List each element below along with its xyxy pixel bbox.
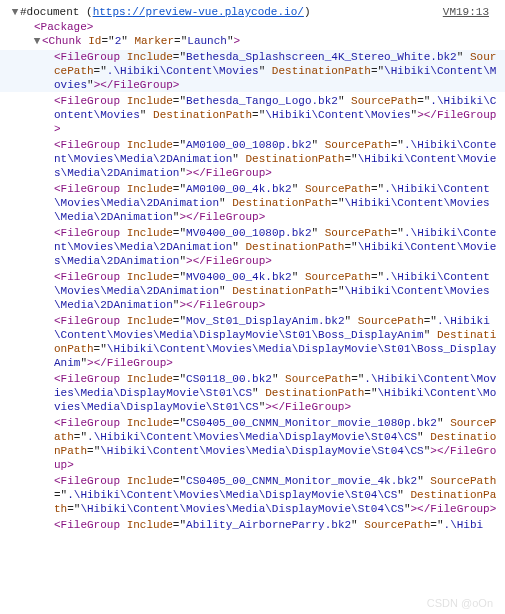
filegroup-node[interactable]: <FileGroup Include="AM0100_00_4k.bk2" So… (0, 182, 505, 224)
doc-url-link[interactable]: https://preview-vue.playcode.io/ (93, 5, 304, 19)
vm-source-link[interactable]: VM19:13 (443, 5, 489, 19)
filegroup-node[interactable]: <FileGroup Include="Mov_St01_DisplayAnim… (0, 314, 505, 370)
document-label: #document (20, 5, 79, 19)
filegroup-node[interactable]: <FileGroup Include="MV0400_00_1080p.bk2"… (0, 226, 505, 268)
filegroup-node[interactable]: <FileGroup Include="Ability_AirborneParr… (0, 518, 505, 532)
triangle-down-icon[interactable]: ▼ (10, 5, 20, 19)
filegroup-node[interactable]: <FileGroup Include="MV0400_00_4k.bk2" So… (0, 270, 505, 312)
filegroup-node[interactable]: <FileGroup Include="Bethesda_Tango_Logo.… (0, 94, 505, 136)
filegroup-node[interactable]: <FileGroup Include="Bethesda_Splashscree… (0, 50, 505, 92)
chunk-node[interactable]: ▼ <Chunk Id="2" Marker="Launch"> (0, 34, 505, 48)
filegroup-node[interactable]: <FileGroup Include="CS0118_00.bk2" Sourc… (0, 372, 505, 414)
filegroup-node[interactable]: <FileGroup Include="CS0405_00_CNMN_Monit… (0, 416, 505, 472)
package-node[interactable]: <Package> (0, 20, 505, 34)
triangle-down-icon[interactable]: ▼ (32, 34, 42, 48)
filegroup-node[interactable]: <FileGroup Include="AM0100_00_1080p.bk2"… (0, 138, 505, 180)
doc-header: ▼ #document (https://preview-vue.playcod… (0, 4, 505, 20)
filegroup-node[interactable]: <FileGroup Include="CS0405_00_CNMN_Monit… (0, 474, 505, 516)
